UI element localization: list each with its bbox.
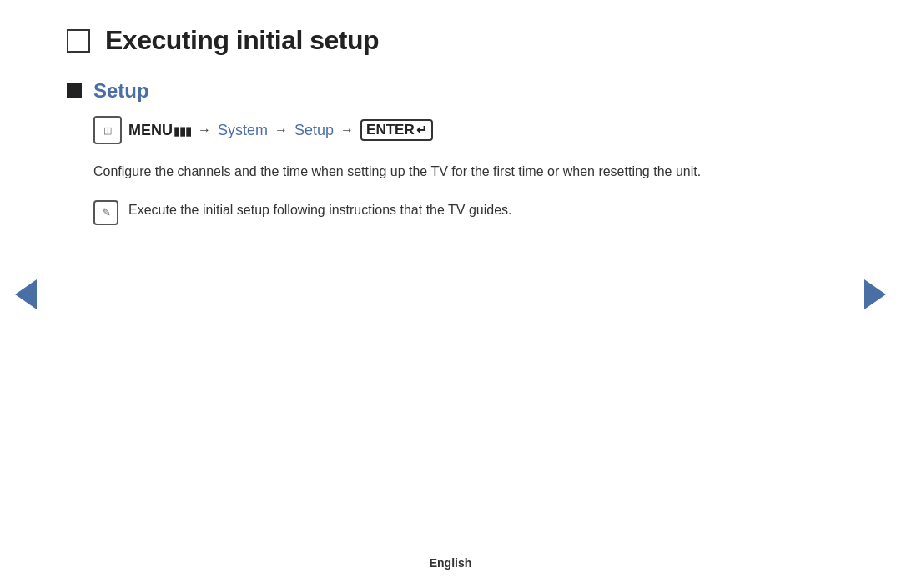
left-arrow-icon [15, 279, 37, 309]
enter-icon: ↵ [416, 123, 427, 138]
footer-language: English [430, 556, 472, 570]
note-text: Execute the initial setup following inst… [128, 199, 512, 221]
note-icon: ✎ [93, 200, 118, 225]
section-square-icon [67, 83, 82, 98]
nav-right-button[interactable] [864, 279, 886, 309]
right-arrow-icon [864, 279, 886, 309]
menu-icon: ◫ [93, 116, 122, 144]
enter-box: ENTER↵ [360, 119, 433, 141]
note-row: ✎ Execute the initial setup following in… [93, 199, 834, 225]
setup-link: Setup [294, 122, 334, 139]
description-text: Configure the channels and the time when… [93, 161, 811, 183]
enter-label: ENTER [366, 122, 415, 138]
section-row: Setup [67, 79, 834, 103]
page-title-row: Executing initial setup [67, 25, 834, 56]
arrow2: → [274, 123, 288, 138]
page-title: Executing initial setup [105, 25, 379, 56]
section-title: Setup [93, 79, 149, 103]
arrow3: → [340, 123, 354, 138]
menu-label: MENU▮▮▮ [128, 122, 191, 139]
main-content: Executing initial setup Setup ◫ MENU▮▮▮ … [0, 0, 901, 259]
menu-path-row: ◫ MENU▮▮▮ → System → Setup → ENTER↵ [93, 116, 834, 144]
checkbox-icon [67, 29, 90, 53]
system-link: System [218, 122, 268, 139]
note-icon-symbol: ✎ [102, 206, 111, 219]
arrow1: → [198, 123, 211, 138]
nav-left-button[interactable] [15, 279, 37, 309]
